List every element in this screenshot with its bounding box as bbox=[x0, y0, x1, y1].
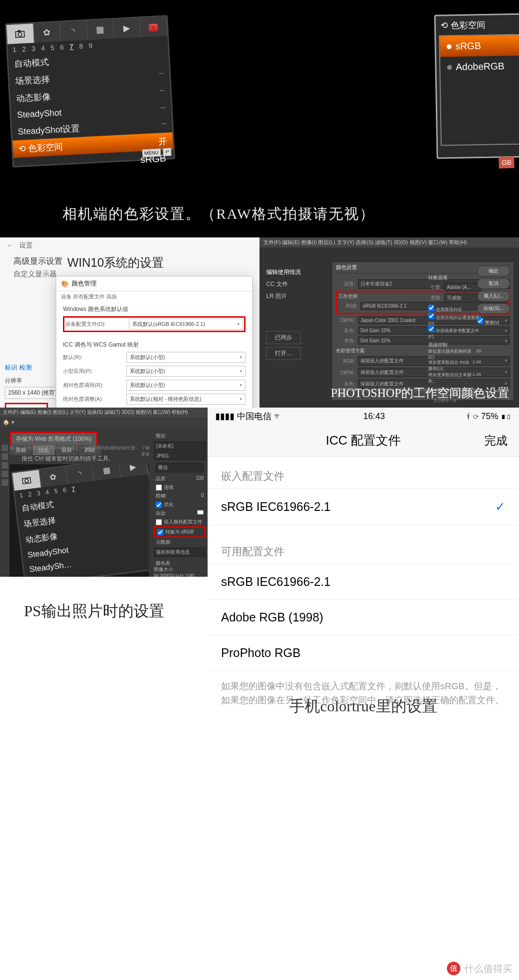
tab-apps-icon[interactable]: ▦ bbox=[86, 19, 114, 40]
camera-menu-1: ✿ ◝ ▦ ▶ 🧰 123456789 自动模式 场景选择– 动态影像– Ste… bbox=[0, 0, 192, 192]
preset-dd[interactable]: [未命名] bbox=[154, 441, 206, 451]
done-button[interactable]: 完成 bbox=[484, 433, 507, 448]
sidebar-item[interactable]: CC 文件 bbox=[266, 278, 301, 290]
ios-statusbar: ▮▮▮▮ 中国电信 ᯤ 16:43 ᚼ ⟳ 75% ▮▯ bbox=[208, 408, 519, 425]
camera-menu-2: ⟲色彩空间 sRGB AdobeRGB MENU ↶ GB bbox=[192, 0, 519, 192]
color-settings-block: 颜色设置 颜色配置文件 001.icm bbox=[5, 403, 48, 408]
home-icon[interactable]: 🏠 bbox=[3, 419, 10, 425]
dialog-tabs[interactable]: 设备 所有配置文件 高级 bbox=[56, 291, 252, 302]
srgb-sticker: GB bbox=[498, 156, 514, 168]
ck[interactable] bbox=[428, 305, 434, 311]
color-mgmt-dialog: 🎨颜色管理 设备 所有配置文件 高级 Windows 颜色系统默认值 设备配置文… bbox=[56, 276, 253, 408]
srgb-ck[interactable] bbox=[157, 529, 163, 535]
open-button[interactable]: 打开… bbox=[266, 347, 301, 360]
win10-panel: ←设置 高级显示设置 自定义显示器 WIN10系统的设置 标识 检测 分辨率 2… bbox=[0, 237, 260, 408]
tab-camera-icon[interactable] bbox=[7, 24, 35, 44]
sfw-tools bbox=[1, 444, 9, 486]
device-profile-dropdown[interactable]: 系统默认(sRGB IEC61966-2.1) bbox=[129, 319, 243, 330]
bluetooth-icon: ᚼ bbox=[466, 411, 471, 421]
preview-ck[interactable] bbox=[477, 318, 483, 324]
ps-sidebar: 编辑使用情况 CC 文件 LR 照片 已同步 打开… bbox=[266, 266, 301, 360]
camera-frame: ✿ ◝ ▦ ▶ 🧰 123456789 自动模式 场景选择– 动态影像– Ste… bbox=[5, 15, 175, 167]
section-icc: ICC 调色与 WCS Gamut 映射 默认(R):系统默认(小型) 小型应用… bbox=[56, 338, 252, 408]
sfw-caption: PS输出照片时的设置 bbox=[24, 601, 164, 622]
sync-button[interactable]: 已同步 bbox=[266, 331, 301, 344]
quality-dd[interactable]: 最佳 bbox=[156, 463, 204, 472]
tab-wifi-icon[interactable]: ◝ bbox=[60, 21, 87, 41]
color-swatch-icon[interactable] bbox=[1, 479, 9, 486]
adv-label: 高级控制 bbox=[428, 342, 481, 348]
caption-text: 相机端的色彩设置。（RAW格式拍摄请无视） bbox=[62, 204, 375, 224]
tab-gear-icon: ✿ bbox=[39, 467, 68, 487]
ck[interactable] bbox=[428, 313, 434, 319]
back-icon[interactable]: ↶ bbox=[162, 148, 172, 156]
battery-icon: ▮▯ bbox=[501, 411, 511, 421]
tab-playback-icon[interactable]: ▶ bbox=[113, 18, 141, 38]
wifi-icon: ᯤ bbox=[274, 411, 283, 421]
section-wcs: Windows 颜色系统默认值 设备配置文件(D): 系统默认(sRGB IEC… bbox=[56, 302, 252, 338]
ps-colorsettings-panel: 文件(F) 编辑(E) 图像(I) 图层(L) 文字(Y) 选择(S) 滤镜(T… bbox=[260, 237, 519, 408]
sec1-title: Windows 颜色系统默认值 bbox=[63, 305, 246, 313]
dd[interactable]: 系统默认(相对 - 维持色彩信息) bbox=[126, 394, 246, 405]
intent-dd[interactable]: 可感知 bbox=[445, 293, 481, 303]
colorspace-icon: ⟲ bbox=[441, 20, 448, 31]
slice-tool-icon[interactable] bbox=[1, 453, 9, 460]
ok-button[interactable]: 确定 bbox=[477, 266, 510, 276]
check-icon: ✓ bbox=[495, 499, 506, 514]
ios-navbar: ICC 配置文件 完成 bbox=[208, 425, 519, 457]
dd[interactable]: 系统默认(小型) bbox=[126, 380, 246, 391]
save-button[interactable]: 存储(S)... bbox=[477, 303, 510, 314]
ck[interactable] bbox=[428, 326, 434, 332]
dd[interactable]: 系统默认(小型) bbox=[126, 366, 246, 377]
section-available: 可用配置文件 bbox=[208, 525, 519, 564]
watermark-logo-icon: 值 bbox=[447, 962, 460, 975]
color-mgmt-icon: 🎨 bbox=[61, 280, 69, 287]
ps-menubar[interactable]: 文件(F) 编辑(E) 图像(I) 图层(L) 文字(Y) 选择(S) 滤镜(T… bbox=[260, 237, 519, 248]
load-button[interactable]: 载入(L)... bbox=[477, 291, 510, 301]
engine-dd[interactable]: Adobe (A... bbox=[445, 283, 481, 291]
ps-caption: PHOTOSHOP的工作空间颜色设置 bbox=[331, 385, 509, 401]
zoom-tool-icon[interactable] bbox=[1, 461, 9, 469]
sfw-hint2: 提示：在优化设置菜单中可重新建立一个图层中的抓捕到目标位置。 了解更多 bbox=[10, 445, 150, 458]
tab-toolbox-icon[interactable]: 🧰 bbox=[140, 16, 168, 37]
menu-badge[interactable]: MENU bbox=[142, 148, 161, 157]
row-embedded-srgb[interactable]: sRGB IEC61966-2.1✓ bbox=[208, 488, 519, 525]
option-adobergb[interactable]: AdobeRGB bbox=[440, 55, 519, 78]
blank-area bbox=[0, 638, 208, 980]
sfw-tab[interactable]: 存储为 Web 所用格式 (100%) bbox=[10, 432, 98, 447]
clock: 16:43 bbox=[363, 411, 385, 422]
eyedrop-tool-icon[interactable] bbox=[1, 470, 9, 478]
matte-swatch[interactable] bbox=[197, 510, 204, 515]
format-dd[interactable]: JPEG bbox=[154, 452, 206, 460]
caption-bar-1: 相机端的色彩设置。（RAW格式拍摄请无视） bbox=[0, 190, 519, 238]
dd[interactable]: 系统默认(小型) bbox=[126, 352, 246, 363]
convert-label: 转换选项 bbox=[428, 274, 481, 281]
radio-dot-icon bbox=[446, 44, 451, 49]
option-srgb[interactable]: sRGB bbox=[440, 34, 519, 57]
tab-gear-icon[interactable]: ✿ bbox=[33, 22, 61, 43]
lock-icon: ⟳ bbox=[473, 411, 479, 421]
cancel-button[interactable]: 取消 bbox=[477, 278, 510, 289]
row-prophoto[interactable]: ProPhoto RGB bbox=[208, 635, 519, 671]
watermark-text: 什么值得买 bbox=[464, 962, 512, 975]
row-adobergb[interactable]: Adobe RGB (1998) bbox=[208, 599, 519, 635]
svg-point-4 bbox=[25, 479, 28, 483]
embed-ck[interactable] bbox=[156, 519, 162, 525]
ios-caption: 手机colortrue里的设置 bbox=[208, 696, 519, 717]
sidebar-header: 编辑使用情况 bbox=[266, 266, 301, 278]
svg-point-1 bbox=[18, 32, 22, 36]
dialog-buttons: 确定 取消 载入(L)... 存储(S)... 预览(V) bbox=[477, 266, 510, 326]
signal-icon: ▮▮▮▮ bbox=[215, 411, 235, 421]
opt-ck[interactable] bbox=[156, 502, 162, 508]
sidebar-item[interactable]: LR 照片 bbox=[266, 290, 301, 302]
win-back[interactable]: ←设置 bbox=[0, 237, 260, 254]
prog-ck[interactable] bbox=[156, 484, 162, 491]
sfw-toolbar-row: 🏠▾ bbox=[0, 417, 208, 427]
metadata-dd[interactable]: 版权和联系信息 bbox=[154, 547, 206, 557]
colorspace-icon: ⟲ bbox=[19, 144, 26, 154]
sfw-menubar[interactable]: 文件(F) 编辑(E) 图像(I) 图层(L) 文字(Y) 选择(S) 滤镜(T… bbox=[0, 408, 208, 417]
row-srgb[interactable]: sRGB IEC61966-2.1 bbox=[208, 564, 519, 599]
win-title-label: WIN10系统的设置 bbox=[67, 255, 164, 271]
ios-panel: ▮▮▮▮ 中国电信 ᯤ 16:43 ᚼ ⟳ 75% ▮▯ ICC 配置文件 完成… bbox=[208, 408, 519, 980]
hand-tool-icon[interactable] bbox=[1, 444, 9, 452]
